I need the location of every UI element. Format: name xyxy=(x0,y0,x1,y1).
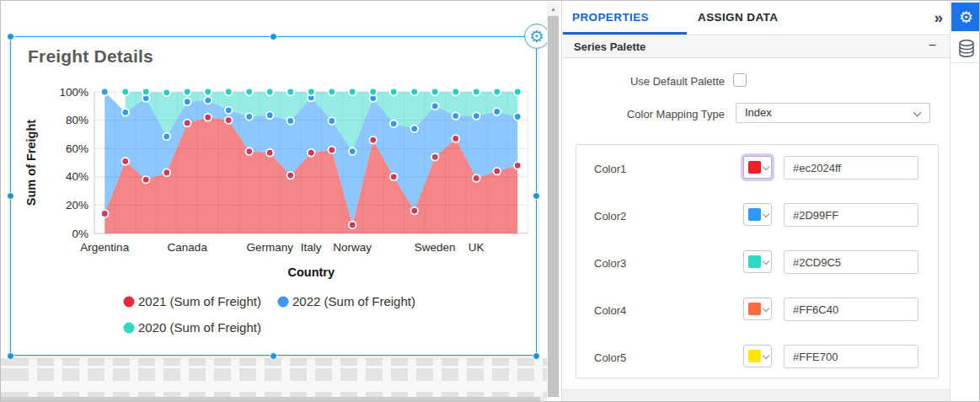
svg-text:40%: 40% xyxy=(66,170,88,183)
color2-swatch-button[interactable] xyxy=(743,203,772,226)
color1-hex-input[interactable] xyxy=(784,156,918,180)
panel-settings-button[interactable]: ⚙ xyxy=(951,3,980,31)
section-series-palette[interactable]: Series Palette − xyxy=(562,35,950,58)
panel-footer-strip xyxy=(562,389,950,401)
selection-handle-bottom-left[interactable] xyxy=(7,352,14,360)
color3-swatch xyxy=(748,255,761,268)
dashboard-canvas[interactable]: Freight Details 100%80%60%40%20%0%Argent… xyxy=(1,1,561,401)
svg-text:Sum of Freight: Sum of Freight xyxy=(24,120,38,206)
series-color-list: Color1 Color2 Color3 xyxy=(576,144,939,378)
chevron-down-icon xyxy=(763,163,769,170)
color3-label: Color3 xyxy=(594,257,626,270)
tab-properties[interactable]: PROPERTIES xyxy=(572,1,649,35)
svg-text:Sweden: Sweden xyxy=(415,241,456,254)
canvas-horizontal-scrollbar[interactable] xyxy=(1,397,547,402)
svg-text:Norway: Norway xyxy=(333,241,372,254)
svg-text:2020 (Sum of Freight): 2020 (Sum of Freight) xyxy=(138,320,261,335)
color4-swatch xyxy=(748,303,761,315)
svg-text:20%: 20% xyxy=(66,199,88,212)
chevron-down-icon xyxy=(763,352,769,359)
tab-assign-data[interactable]: ASSIGN DATA xyxy=(698,1,778,35)
svg-text:Canada: Canada xyxy=(168,241,208,254)
selection-handle-top-middle[interactable] xyxy=(270,33,277,40)
color-row: Color2 xyxy=(576,192,940,239)
color4-label: Color4 xyxy=(594,304,626,317)
selection-handle-top-left[interactable] xyxy=(7,33,14,40)
data-source-button[interactable] xyxy=(951,35,980,62)
collapse-panel-icon[interactable]: » xyxy=(934,8,943,27)
use-default-palette-checkbox[interactable] xyxy=(733,73,747,87)
dashboard-designer-screen: Freight Details 100%80%60%40%20%0%Argent… xyxy=(0,0,980,402)
selection-handle-bottom-middle[interactable] xyxy=(270,352,277,360)
color5-swatch xyxy=(748,350,761,362)
svg-text:UK: UK xyxy=(469,241,485,254)
svg-text:Italy: Italy xyxy=(301,241,322,254)
svg-text:100%: 100% xyxy=(59,86,88,99)
color5-label: Color5 xyxy=(594,351,626,364)
selection-handle-left-middle[interactable] xyxy=(7,192,14,200)
color2-label: Color2 xyxy=(594,210,626,222)
svg-text:2022 (Sum of Freight): 2022 (Sum of Freight) xyxy=(292,294,415,308)
color-row: Color3 xyxy=(576,239,940,287)
canvas-grid-pattern xyxy=(1,358,547,397)
panel-tab-bar: PROPERTIES ASSIGN DATA » xyxy=(562,1,950,35)
svg-text:80%: 80% xyxy=(66,114,88,126)
color3-swatch-button[interactable] xyxy=(743,250,772,273)
scroll-up-icon[interactable]: ▲ xyxy=(547,4,560,14)
svg-text:60%: 60% xyxy=(66,142,88,155)
chevron-down-icon xyxy=(763,305,769,312)
color-row: Color5 xyxy=(576,334,940,381)
canvas-vertical-scrollbar[interactable]: ▲ xyxy=(547,3,560,397)
toolbar-divider xyxy=(951,62,980,63)
use-default-palette-label: Use Default Palette xyxy=(562,75,725,88)
chart-plot-area: 100%80%60%40%20%0%ArgentinaCanadaGermany… xyxy=(10,36,537,356)
color2-swatch xyxy=(748,208,761,221)
color2-hex-input[interactable] xyxy=(784,203,918,227)
color-mapping-type-label: Color Mapping Type xyxy=(562,108,725,121)
gear-icon: ⚙ xyxy=(529,28,544,45)
selection-handle-right-middle[interactable] xyxy=(533,192,540,200)
color-mapping-type-value: Index xyxy=(745,106,772,119)
color-mapping-type-select[interactable]: Index xyxy=(736,103,930,123)
color4-hex-input[interactable] xyxy=(784,297,918,321)
svg-text:0%: 0% xyxy=(72,228,88,240)
color1-swatch xyxy=(748,161,761,174)
color-row: Color1 xyxy=(576,145,940,192)
color-row: Color4 xyxy=(576,287,940,334)
gear-icon: ⚙ xyxy=(959,9,973,25)
collapse-section-icon: − xyxy=(929,38,936,53)
color1-swatch-button[interactable] xyxy=(743,156,772,179)
chevron-down-icon xyxy=(763,258,769,265)
color1-label: Color1 xyxy=(594,163,626,175)
svg-text:2021 (Sum of Freight): 2021 (Sum of Freight) xyxy=(138,294,261,308)
color5-hex-input[interactable] xyxy=(784,345,918,368)
chart-widget[interactable]: Freight Details 100%80%60%40%20%0%Argent… xyxy=(10,36,537,356)
color3-hex-input[interactable] xyxy=(784,250,918,274)
svg-text:Country: Country xyxy=(287,265,335,279)
properties-panel: PROPERTIES ASSIGN DATA » Series Palette … xyxy=(562,1,950,401)
chevron-down-icon xyxy=(913,109,922,117)
svg-text:Argentina: Argentina xyxy=(80,241,129,254)
vertical-scrollbar-thumb[interactable] xyxy=(548,16,559,397)
horizontal-scrollbar-thumb[interactable] xyxy=(1,397,540,402)
chevron-down-icon xyxy=(763,211,769,217)
color4-swatch-button[interactable] xyxy=(743,297,772,320)
selection-handle-bottom-right[interactable] xyxy=(533,352,540,360)
active-tab-underline xyxy=(563,32,687,35)
database-icon xyxy=(957,39,976,59)
widget-settings-button[interactable]: ⚙ xyxy=(524,24,549,49)
section-title: Series Palette xyxy=(574,40,645,53)
svg-text:Germany: Germany xyxy=(246,241,293,254)
color5-swatch-button[interactable] xyxy=(743,345,772,367)
right-icon-toolbar: ⚙ xyxy=(950,1,980,402)
